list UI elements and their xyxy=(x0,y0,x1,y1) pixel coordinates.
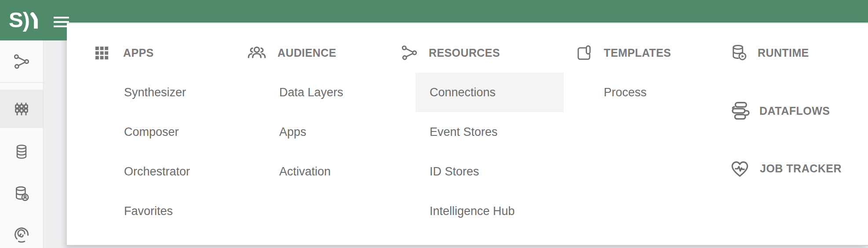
top-header-bar xyxy=(0,0,868,22)
scroll-icon xyxy=(576,44,594,62)
menu-item-orchestrator[interactable]: Orchestrator xyxy=(110,152,259,191)
menu-section-label: RUNTIME xyxy=(758,47,809,59)
sidebar-item-intelligence-hub[interactable] xyxy=(0,215,43,248)
menu-item-data-layers[interactable]: Data Layers xyxy=(265,73,415,112)
menu-item-dataflows[interactable]: DATAFLOWS xyxy=(729,100,830,122)
menu-section-templates: TEMPLATES xyxy=(576,43,671,63)
menu-section-label: AUDIENCE xyxy=(277,47,336,59)
menu-item-activation[interactable]: Activation xyxy=(265,152,415,191)
grid-icon xyxy=(94,45,110,61)
database-user-icon xyxy=(13,185,30,203)
hamburger-menu-icon[interactable] xyxy=(54,17,69,27)
sidebar-item-connections[interactable] xyxy=(0,40,43,83)
menu-item-label: DATAFLOWS xyxy=(759,105,830,117)
sliders-icon xyxy=(13,100,30,118)
brand-logo-swoosh-icon xyxy=(30,12,38,29)
sidebar-item-id-stores[interactable] xyxy=(0,174,43,214)
menu-item-intelligence-hub[interactable]: Intelligence Hub xyxy=(416,191,564,231)
sidebar-item-apps-active[interactable] xyxy=(0,90,43,128)
database-play-icon xyxy=(729,44,748,62)
people-group-icon xyxy=(247,43,267,63)
menu-item-job-tracker[interactable]: JOB TRACKER xyxy=(729,157,842,179)
menu-item-id-stores[interactable]: ID Stores xyxy=(416,152,564,191)
app-screen: S) APPS xyxy=(0,0,868,248)
menu-item-process[interactable]: Process xyxy=(590,73,722,112)
menu-column-audience: Data Layers Apps Activation xyxy=(265,73,415,191)
menu-section-runtime: RUNTIME xyxy=(729,43,809,63)
menu-item-connections[interactable]: Connections xyxy=(416,73,564,112)
menu-section-apps: APPS xyxy=(94,43,154,63)
share-nodes-icon xyxy=(401,44,418,62)
menu-item-favorites[interactable]: Favorites xyxy=(110,191,259,231)
menu-item-composer[interactable]: Composer xyxy=(110,112,259,152)
menu-section-label: RESOURCES xyxy=(429,47,500,59)
heart-pulse-icon xyxy=(729,158,750,179)
spiral-icon xyxy=(12,225,31,244)
menu-section-label: TEMPLATES xyxy=(604,47,671,59)
menu-section-audience: AUDIENCE xyxy=(247,43,336,63)
menu-item-event-stores[interactable]: Event Stores xyxy=(416,112,564,152)
menu-item-synthesizer[interactable]: Synthesizer xyxy=(110,73,259,112)
menu-column-resources: Connections Event Stores ID Stores Intel… xyxy=(416,73,564,231)
brand-logo-letter: S) xyxy=(9,12,29,28)
share-nodes-icon xyxy=(13,53,30,70)
top-header-left: S) xyxy=(0,0,67,40)
menu-section-resources: RESOURCES xyxy=(401,43,500,63)
menu-item-label: JOB TRACKER xyxy=(760,162,842,175)
sidebar xyxy=(0,40,44,248)
menu-item-apps[interactable]: Apps xyxy=(265,112,415,152)
menu-column-apps: Synthesizer Composer Orchestrator Favori… xyxy=(110,73,259,231)
menu-section-label: APPS xyxy=(123,47,154,59)
mega-menu-panel: APPS AUDIENCE RESOURCES TEMPLATES RUNTIM… xyxy=(67,22,868,246)
sidebar-item-event-stores[interactable] xyxy=(0,132,43,171)
stacked-pipes-icon xyxy=(729,101,750,121)
database-icon xyxy=(13,143,30,160)
brand-logo[interactable]: S) xyxy=(9,12,38,29)
menu-column-templates: Process xyxy=(590,73,722,112)
